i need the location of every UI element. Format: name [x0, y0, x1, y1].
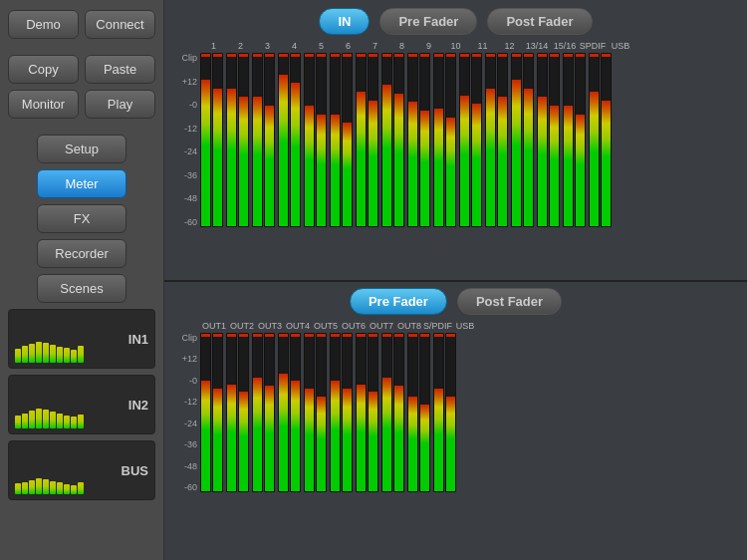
meter-bar-fill [576, 115, 585, 226]
channel-label: OUT3 [256, 321, 284, 331]
connect-button[interactable]: Connect [85, 10, 155, 39]
channel-label: 11 [469, 41, 496, 51]
meter-bar-fill [265, 386, 274, 491]
meter-bar-fill [394, 386, 403, 491]
meter-bar-wrapper [200, 333, 211, 492]
meter-bar-wrapper [393, 333, 404, 492]
meter-bar-fill [253, 97, 262, 226]
meter-bar-wrapper [226, 333, 237, 492]
meter-bar-wrapper [290, 333, 301, 492]
meter-bar-wrapper [563, 53, 574, 227]
meter-clip-indicator [305, 334, 314, 337]
meter-clip-indicator [239, 54, 248, 57]
meter-clip-indicator [265, 54, 274, 57]
in-tab[interactable]: IN [319, 8, 370, 35]
meter-bars-grid [200, 53, 739, 227]
meter-bar-wrapper [393, 53, 404, 227]
meter-bar-wrapper [304, 53, 315, 227]
vu-strip-in2[interactable]: IN2 [8, 375, 155, 434]
vu-label-bus: BUS [121, 463, 148, 478]
meter-bar-wrapper [419, 53, 430, 227]
channel-label: 12 [496, 41, 523, 51]
meter-bar-fill [472, 104, 481, 226]
monitor-button[interactable]: Monitor [8, 90, 79, 119]
meter-channel [589, 53, 612, 227]
pre-fader-tab-top[interactable]: Pre Fader [379, 8, 477, 35]
meter-clip-indicator [446, 334, 455, 337]
meter-bar-wrapper [381, 333, 392, 492]
channel-label: OUT1 [200, 321, 228, 331]
scale-label: -60 [172, 217, 197, 227]
meter-channel [356, 333, 378, 492]
meter-bar-fill [213, 89, 222, 226]
meter-bar-wrapper [212, 53, 223, 227]
meter-scale: Clip+12-0-12-24-36-48-60 [172, 53, 200, 227]
meter-channel [278, 53, 301, 227]
scenes-button[interactable]: Scenes [37, 274, 126, 303]
scale-label: -48 [172, 193, 197, 203]
meter-bar-fill [446, 397, 455, 491]
channel-label: 7 [362, 41, 388, 51]
main-content: IN Pre Fader Post Fader 1234567891011121… [164, 0, 747, 560]
meter-bar-fill [279, 374, 288, 492]
paste-button[interactable]: Paste [85, 55, 155, 84]
meter-bar-wrapper [445, 53, 456, 227]
post-fader-tab-bottom[interactable]: Post Fader [457, 288, 562, 315]
meter-bar-fill [369, 392, 377, 491]
vu-strip-bus[interactable]: BUS [8, 440, 155, 500]
meter-clip-indicator [590, 54, 599, 57]
meter-bar-fill [357, 385, 366, 491]
setup-button[interactable]: Setup [37, 135, 126, 163]
vu-strip-in1[interactable]: IN1 [8, 309, 155, 369]
meter-bar-wrapper [407, 53, 418, 227]
vu-bars-in2 [15, 381, 115, 428]
meter-clip-indicator [317, 334, 326, 337]
meter-channel [200, 53, 223, 227]
meter-bar-wrapper [589, 53, 600, 227]
output-panel-header: Pre Fader Post Fader [172, 288, 739, 315]
fx-button[interactable]: FX [37, 204, 126, 233]
post-fader-tab-top[interactable]: Post Fader [487, 8, 592, 35]
pre-fader-tab-bottom[interactable]: Pre Fader [350, 288, 447, 315]
meter-clip-indicator [331, 334, 340, 337]
meter-bar-fill [524, 89, 533, 226]
meter-bar-wrapper [252, 53, 263, 227]
meter-clip-indicator [394, 334, 403, 337]
meter-bar-wrapper [304, 333, 315, 492]
recorder-button[interactable]: Recorder [37, 239, 126, 268]
meter-clip-indicator [602, 54, 611, 57]
meter-clip-indicator [201, 54, 210, 57]
meter-clip-indicator [369, 54, 377, 57]
top-meters: 12345678910111213/1415/16SPDIFUSBClip+12… [172, 41, 739, 227]
demo-button[interactable]: Demo [8, 10, 79, 39]
meter-bar-fill [564, 106, 573, 226]
meter-bar-wrapper [252, 333, 263, 492]
meter-bar-wrapper [549, 53, 560, 227]
meter-clip-indicator [253, 54, 262, 57]
meter-bar-wrapper [330, 333, 341, 492]
meter-clip-indicator [279, 334, 288, 337]
meter-channel [485, 53, 508, 227]
play-button[interactable]: Play [85, 90, 155, 119]
meter-bar-fill [434, 389, 443, 491]
copy-button[interactable]: Copy [8, 55, 79, 84]
meter-clip-indicator [343, 334, 352, 337]
scale-label: +12 [172, 354, 197, 364]
meter-bar-wrapper [264, 333, 275, 492]
meter-channel [511, 53, 534, 227]
input-panel: IN Pre Fader Post Fader 1234567891011121… [164, 0, 747, 282]
vu-label-in1: IN1 [121, 332, 148, 347]
scale-label: Clip [172, 53, 197, 63]
input-panel-header: IN Pre Fader Post Fader [172, 8, 739, 35]
scale-label: Clip [172, 333, 197, 343]
meter-clip-indicator [265, 334, 274, 337]
channel-label-row: OUT1OUT2OUT3OUT4OUT5OUT6OUT7OUT8S/PDIFUS… [172, 321, 739, 331]
meter-bar-wrapper [433, 53, 444, 227]
meter-bar-wrapper [601, 53, 612, 227]
meter-bar-wrapper [278, 333, 289, 492]
scale-label: +12 [172, 77, 197, 87]
meter-bar-wrapper [278, 53, 289, 227]
meter-button[interactable]: Meter [37, 169, 126, 198]
meter-bar-fill [317, 115, 326, 226]
meter-bar-wrapper [316, 333, 327, 492]
